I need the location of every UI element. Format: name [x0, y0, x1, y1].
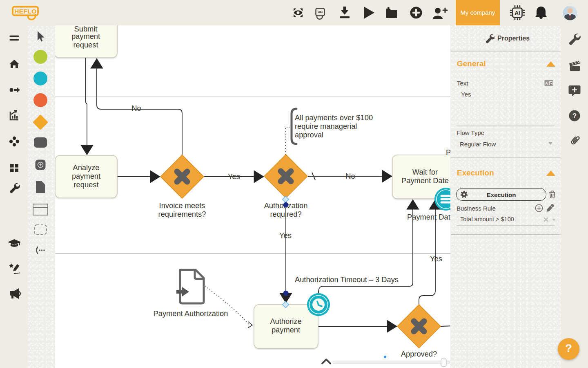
svg-text:Yes: Yes: [430, 254, 442, 263]
svg-text:Payment Date: Payment Date: [401, 176, 449, 185]
svg-text:Yes: Yes: [228, 172, 240, 181]
svg-text:HEFLO: HEFLO: [14, 8, 37, 15]
svg-text:Authorization Timeout – 3 Days: Authorization Timeout – 3 Days: [295, 275, 399, 284]
svg-text:A: A: [545, 81, 548, 85]
svg-text:Analyze: Analyze: [73, 163, 99, 172]
svg-text:AI: AI: [515, 10, 520, 16]
svg-text:Approved?: Approved?: [401, 350, 437, 358]
svg-text:Payment Date: Payment Date: [407, 213, 454, 221]
svg-text:?: ?: [572, 112, 577, 120]
svg-text:required?: required?: [270, 210, 301, 218]
svg-text:Invoice meets: Invoice meets: [159, 201, 205, 210]
svg-text:No: No: [345, 172, 355, 180]
svg-text:payment: payment: [272, 325, 300, 334]
svg-text:No: No: [131, 104, 141, 112]
svg-text:require managerial: require managerial: [295, 122, 357, 130]
svg-text:All payments over $100: All payments over $100: [295, 113, 373, 122]
svg-text:Wait for: Wait for: [412, 168, 438, 176]
svg-text:approval: approval: [295, 130, 323, 139]
svg-text:Payment Authorization: Payment Authorization: [154, 309, 228, 318]
svg-text:Authorize: Authorize: [270, 317, 301, 325]
svg-text:Z: Z: [550, 81, 552, 85]
svg-text:payment: payment: [72, 172, 100, 180]
svg-text:request: request: [74, 180, 99, 189]
svg-text:requirements?: requirements?: [158, 210, 206, 218]
svg-text:Yes: Yes: [279, 231, 292, 240]
svg-text:request: request: [74, 40, 98, 49]
svg-text:payment: payment: [71, 32, 100, 40]
